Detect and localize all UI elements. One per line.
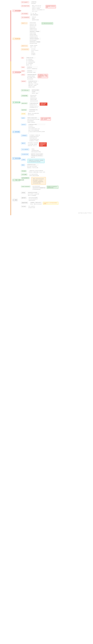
leaf-node[interactable]: SIGFPE(8) 浮点异常/除0 <box>29 29 41 30</box>
leaf-node[interactable]: void (*sa_handler)(int); <box>28 127 45 128</box>
leaf-node[interactable]: 系统调用产生：kill, raise, abort <box>32 6 45 8</box>
branch-label[interactable]: 可重入函数 <box>21 170 27 172</box>
branch-label[interactable]: SIGCHLD触发条件 <box>21 148 29 150</box>
branch-label[interactable]: 注意事项 <box>21 159 26 161</box>
section-label[interactable]: 一、信号的基础概念 <box>12 10 20 12</box>
section-label[interactable]: 四、信号集与屏蔽 <box>12 101 20 104</box>
leaf-node[interactable]: 或手动循环判断EINTR重试 <box>33 182 45 184</box>
leaf-node[interactable]: sigset_t sa_mask; 执行期间临时屏蔽 <box>28 130 45 131</box>
leaf-node[interactable]: 软件条件产生：定时器alarm <box>32 8 45 9</box>
leaf-node[interactable]: pause() 挂起等待任意信号 <box>32 186 46 187</box>
branch-label[interactable]: 捕捉特性 <box>21 142 26 144</box>
leaf-node[interactable]: 不可重入特征：使用静态/全局数据、malloc/free、标准I/O <box>28 172 46 172</box>
leaf-node[interactable]: ITIMER_REAL → SIGALRM <box>28 82 39 83</box>
leaf-node[interactable]: 给自己发信号，等价kill(getpid(),sig) <box>27 68 38 69</box>
leaf-node[interactable]: SIGALRM(14) alarm定时到 <box>29 35 41 36</box>
branch-label[interactable]: 信号 信号的处理方式 <box>21 16 30 18</box>
leaf-node[interactable]: int sigprocmask(how,set,old); <box>29 102 39 104</box>
leaf-node[interactable]: sighandler_t signal(sig, handler); <box>27 117 40 118</box>
leaf-node[interactable]: 返回0成功，-1失败 <box>26 64 35 66</box>
branch-label[interactable]: abort() <box>21 70 25 72</box>
leaf-node[interactable]: int sa_flags; SA_SIGINFO/SA_RESTART/SA_N… <box>28 131 45 132</box>
section-label[interactable]: 二、常见信号分类 <box>12 38 20 40</box>
branch-label[interactable]: 信号 信号的产生方式 <box>21 5 30 7</box>
leaf-node[interactable]: 子进程终止 <box>31 148 41 150</box>
leaf-node[interactable]: SIGCONT(18) 继续运行 <box>29 40 41 41</box>
leaf-node[interactable]: signal(SIGCHLD, SIG_IGN); <box>27 164 39 166</box>
leaf-node[interactable]: SIGABRT(6) abort()产生 <box>29 28 41 29</box>
leaf-node[interactable]: 时序竞态 → 屏蔽+原子操作+sigsuspend <box>30 204 42 204</box>
section-label[interactable]: 六、SIGCHLD处理 <box>12 157 20 160</box>
leaf-node[interactable]: SIGILL(4) 非法指令 <box>29 26 41 28</box>
leaf-node[interactable]: SIGPIPE(13) 管道破裂 <box>29 34 41 35</box>
branch-label[interactable]: 线程与信号 <box>21 197 27 199</box>
leaf-node[interactable]: void abort(void); <box>27 70 36 72</box>
leaf-node[interactable]: Stop 暂停进程 <box>31 53 39 54</box>
branch-label[interactable]: setitimer() <box>21 80 26 82</box>
branch-label[interactable]: 信号 什么是信号？ <box>21 1 29 3</box>
branch-label[interactable]: alarm() <box>21 74 25 76</box>
section-label[interactable]: 三、信号的操作函数 <box>12 71 20 74</box>
branch-label[interactable]: sigpending() <box>21 109 27 111</box>
branch-label[interactable]: signal() <box>21 117 25 119</box>
leaf-node[interactable]: sa_mask 额外屏蔽，返回后恢复 <box>28 144 38 145</box>
branch-label[interactable]: 信号捕捉流程 <box>21 134 27 136</box>
leaf-node[interactable]: 避免僵尸进程 <box>31 157 43 158</box>
leaf-node[interactable]: SIGTERM(15) 终止(默认kill) <box>29 37 41 38</box>
leaf-node[interactable]: ITIMER_PROF → SIGPROF <box>28 85 39 86</box>
leaf-node[interactable]: 被信号打断返回-1，errno=EINTR <box>33 180 45 181</box>
leaf-node[interactable]: SIGQUIT(3) Ctrl+\ 退出 <box>29 25 41 26</box>
leaf-node[interactable]: pid = -1 发给有权限的所有进程 <box>26 62 35 62</box>
leaf-node[interactable]: 忽略(丢弃) <box>32 18 39 19</box>
leaf-node[interactable]: pthread_sigmask() 线程级屏蔽 <box>28 197 38 198</box>
leaf-node[interactable]: ② 内核处理完后检查可递达信号 <box>29 136 40 137</box>
branch-label[interactable]: 信号法回收子进程 <box>21 154 29 155</box>
leaf-node[interactable]: int setitimer(which, new, old); <box>28 80 39 82</box>
leaf-node[interactable]: 标准信号不排队，多次只记一次 <box>28 145 38 146</box>
leaf-node[interactable]: while(waitpid(-1,NULL,WNOHANG)>0); <box>31 155 43 156</box>
leaf-node[interactable]: handler中只调异步信号安全函数 <box>29 175 39 176</box>
leaf-node[interactable]: sigismember(set,sig) 判断 <box>30 100 38 102</box>
branch-label[interactable]: 练习示例 <box>21 113 26 115</box>
branch-label[interactable]: raise() <box>21 66 25 68</box>
leaf-node[interactable]: man 7 signal-safety 查看列表 <box>29 174 39 175</box>
leaf-node[interactable]: 捕捉SIGCHLD，在handler中waitpid循环 <box>31 154 43 155</box>
leaf-node[interactable]: ① 主控流程执行中，因中断陷入内核 <box>29 134 40 136</box>
branch-label[interactable]: 信号集操作函数 <box>21 95 28 97</box>
leaf-node[interactable]: SIGKILL(9) 必杀，不可捕捉/忽略 <box>29 31 41 32</box>
leaf-node[interactable]: 循环打印未决集位图 <box>28 114 39 115</box>
leaf-node[interactable]: 返回旧的处理函数指针 <box>27 120 40 121</box>
leaf-node[interactable]: 按键产生：Ctrl+C, Ctrl+Z, Ctrl+\ <box>32 5 45 6</box>
leaf-node[interactable]: SIG_BLOCK mask |= set <box>29 104 39 105</box>
branch-label[interactable]: sigaction() <box>21 124 26 125</box>
leaf-node[interactable]: 可移植性差，推荐sigaction <box>27 122 40 123</box>
leaf-node[interactable]: 先屏蔽SIGCHLD，fork后注册handler，再解除屏蔽 <box>28 160 44 161</box>
leaf-node[interactable]: handler: SIG_IGN / SIG_DFL / 自定义函数 <box>27 119 40 120</box>
leaf-node[interactable]: sigsuspend(mask) 原子地设置屏蔽字并挂起 <box>32 187 46 188</box>
leaf-node[interactable]: unsigned alarm(unsigned sec); <box>27 74 37 75</box>
leaf-node[interactable]: 屏蔽SIGINT，按Ctrl+C观察未决集变化 <box>28 113 39 114</box>
branch-label[interactable]: 实时信号 34-64 <box>21 45 28 47</box>
branch-label[interactable]: 信号传参 <box>21 192 26 194</box>
leaf-node[interactable]: ⑤ 内核恢复主控上下文继续执行 <box>29 140 40 141</box>
leaf-node[interactable]: 阻塞信号集(信号屏蔽字) <box>31 90 40 91</box>
leaf-node[interactable]: SIGSTOP(19) 必停，不可捕捉/忽略 <box>29 41 41 42</box>
leaf-node[interactable]: pid > 0 发给指定进程 <box>26 59 35 60</box>
leaf-node[interactable]: 返回上次剩余秒数，0表示无 <box>27 77 37 78</box>
leaf-node[interactable]: sigwait() 同步等待信号 <box>28 200 38 201</box>
leaf-node[interactable]: SIGHUP(1) 终端挂断 <box>29 22 41 23</box>
leaf-node[interactable]: struct sigaction { <box>28 126 45 126</box>
leaf-node[interactable]: 命令产生：kill命令 <box>32 11 45 12</box>
branch-label[interactable]: 信号 信号的状态 <box>21 13 28 15</box>
leaf-node[interactable]: 捕捉(调用用户处理函数) <box>32 19 39 20</box>
section-label[interactable]: 五、信号的捕捉 <box>12 131 20 133</box>
leaf-node[interactable]: 信号是异步事件 <box>31 3 37 4</box>
leaf-node[interactable]: Cont 继续运行 <box>31 54 39 55</box>
leaf-node[interactable]: 读取当前未决信号集 <box>29 111 38 112</box>
leaf-node[interactable]: int sigpending(sigset_t *set); <box>29 109 38 110</box>
branch-label[interactable]: core dump <box>21 206 26 207</box>
leaf-node[interactable]: 均在PCB中，位图表示 <box>31 93 40 94</box>
leaf-node[interactable]: int sigaction(sig, act, oldact); <box>28 124 45 125</box>
leaf-node[interactable]: 产生 → 未决 → 递达 <box>30 13 39 14</box>
leaf-node[interactable]: 支持微秒级 + 周期定时 <box>28 86 39 88</box>
